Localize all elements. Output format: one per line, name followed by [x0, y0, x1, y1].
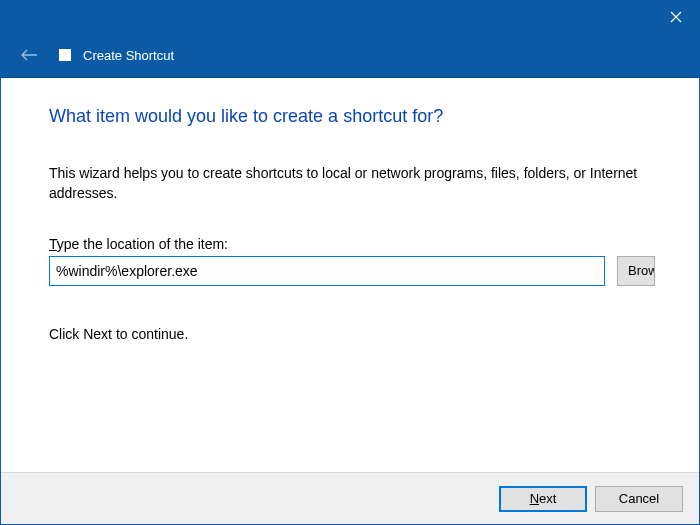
create-shortcut-dialog: Create Shortcut What item would you like… [0, 0, 700, 525]
browse-button[interactable]: Browse... [617, 256, 655, 286]
close-button[interactable] [653, 1, 699, 33]
page-heading: What item would you like to create a sho… [49, 106, 655, 127]
dialog-content: What item would you like to create a sho… [1, 78, 699, 472]
dialog-header: Create Shortcut [1, 33, 699, 78]
wizard-description: This wizard helps you to create shortcut… [49, 163, 655, 204]
dialog-footer: Next Cancel [1, 472, 699, 524]
location-row: Browse... [49, 256, 655, 286]
dialog-title: Create Shortcut [83, 48, 174, 63]
continue-hint: Click Next to continue. [49, 326, 655, 342]
arrow-left-icon [20, 48, 38, 62]
close-icon [670, 11, 682, 23]
shortcut-icon [59, 49, 71, 61]
cancel-button[interactable]: Cancel [595, 486, 683, 512]
titlebar [1, 1, 699, 33]
location-input[interactable] [49, 256, 605, 286]
location-label: Type the location of the item: [49, 236, 655, 252]
next-button[interactable]: Next [499, 486, 587, 512]
back-button[interactable] [17, 43, 41, 67]
